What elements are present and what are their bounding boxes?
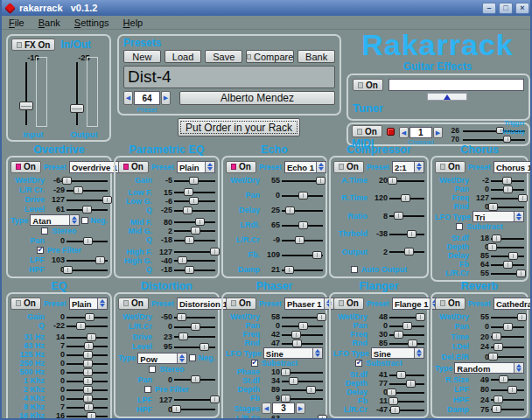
slider-handle[interactable] (407, 230, 416, 238)
param-slider[interactable] (174, 405, 215, 413)
slider-handle[interactable] (394, 212, 403, 220)
slider-handle[interactable] (83, 377, 93, 385)
preset-name-display[interactable]: Dist-4 (123, 66, 335, 88)
param-slider[interactable] (66, 351, 108, 359)
fx-preset-select[interactable]: Cathedral 1 (494, 298, 532, 310)
slider-handle[interactable] (76, 322, 86, 330)
minimize-button[interactable]: – (482, 3, 496, 14)
slider-handle[interactable] (306, 386, 316, 394)
slider-handle[interactable] (281, 395, 290, 402)
param-select[interactable]: Tri (472, 211, 524, 222)
param-slider[interactable] (174, 375, 215, 383)
param-slider[interactable] (491, 252, 524, 260)
param-slider[interactable] (66, 313, 108, 321)
menu-file[interactable]: File (9, 18, 24, 28)
increment-button[interactable]: ▶ (296, 402, 305, 414)
spinner-arrows-icon[interactable] (205, 162, 214, 172)
spinner-arrows-icon[interactable] (514, 363, 523, 373)
slider-handle[interactable] (404, 248, 414, 256)
slider-handle[interactable] (298, 221, 308, 229)
put-order-button[interactable]: Put Order in your Rack (178, 118, 300, 136)
param-slider[interactable] (491, 405, 524, 413)
slider-handle[interactable] (70, 104, 84, 113)
slider-handle[interactable] (200, 343, 209, 351)
param-slider[interactable] (491, 186, 524, 193)
slider-handle[interactable] (508, 252, 518, 260)
slider-handle[interactable] (285, 206, 295, 214)
param-slider[interactable] (282, 236, 323, 244)
maximize-button[interactable]: □ (499, 3, 513, 14)
slider-handle[interactable] (318, 415, 327, 420)
param-slider[interactable] (66, 377, 108, 385)
param-checkbox[interactable]: ✔ (37, 247, 44, 254)
neg-checkbox[interactable] (189, 354, 196, 361)
param-slider[interactable] (491, 313, 524, 321)
slider-handle[interactable] (210, 396, 220, 403)
slider-handle[interactable] (517, 313, 527, 321)
slider-handle[interactable] (503, 186, 513, 193)
slider-handle[interactable] (83, 386, 93, 394)
param-slider[interactable] (174, 227, 215, 234)
input-gain-slider[interactable] (19, 62, 33, 125)
slider-handle[interactable] (178, 256, 187, 264)
param-select[interactable]: Sine (371, 347, 424, 359)
fx-preset-select[interactable]: Chorus 1 (494, 161, 532, 173)
slider-handle[interactable] (195, 218, 205, 226)
decrement-button[interactable]: ◀ (262, 402, 271, 414)
midi-on-button[interactable]: On (352, 125, 382, 137)
slider-handle[interactable] (281, 368, 290, 376)
channel-prev-button[interactable]: ◀ (399, 127, 409, 138)
slider-handle[interactable] (185, 236, 194, 244)
author-button[interactable]: Alberto Mendez (179, 91, 335, 105)
spinner-arrows-icon[interactable] (414, 348, 424, 358)
slider-handle[interactable] (185, 266, 194, 274)
preset-prev-button[interactable]: ◀ (123, 91, 133, 105)
fx-on-button[interactable]: On (226, 161, 256, 173)
new-button[interactable]: New (123, 50, 161, 63)
param-slider[interactable] (389, 248, 424, 256)
param-slider[interactable] (66, 395, 108, 402)
slider-handle[interactable] (284, 266, 294, 274)
param-slider[interactable] (66, 412, 108, 420)
spinner-arrows-icon[interactable] (312, 348, 322, 358)
spinner-arrows-icon[interactable] (414, 162, 424, 172)
menu-settings[interactable]: Settings (74, 18, 109, 28)
param-slider[interactable] (282, 340, 323, 347)
slider-handle[interactable] (63, 266, 73, 274)
slider-handle[interactable] (499, 375, 508, 383)
param-slider[interactable] (282, 377, 323, 385)
param-slider[interactable] (66, 342, 108, 350)
neg-checkbox[interactable] (81, 217, 88, 224)
slider-handle[interactable] (316, 177, 326, 185)
param-slider[interactable] (282, 322, 323, 330)
param-slider[interactable] (282, 177, 323, 185)
slider-handle[interactable] (102, 196, 112, 204)
load-button[interactable]: Load (164, 50, 202, 63)
velocity-slider[interactable] (463, 136, 525, 143)
menu-help[interactable]: Help (123, 18, 144, 28)
param-slider[interactable] (389, 194, 424, 202)
slider-handle[interactable] (492, 405, 501, 413)
param-checkbox[interactable] (144, 386, 151, 393)
slider-handle[interactable] (312, 251, 322, 259)
param-slider[interactable] (174, 396, 215, 403)
param-checkbox[interactable] (41, 228, 48, 234)
param-slider[interactable] (282, 386, 323, 394)
param-slider[interactable] (66, 386, 108, 394)
param-slider[interactable] (491, 203, 524, 211)
slider-handle[interactable] (503, 323, 513, 331)
slider-handle[interactable] (390, 406, 400, 414)
fx-on-button[interactable]: On (333, 161, 364, 173)
slider-handle[interactable] (172, 405, 181, 413)
param-slider[interactable] (491, 194, 524, 202)
param-slider[interactable] (491, 177, 524, 185)
param-slider[interactable] (389, 397, 424, 405)
slider-handle[interactable] (402, 322, 412, 330)
param-slider[interactable] (66, 186, 108, 194)
spinner-arrows-icon[interactable] (316, 162, 326, 172)
param-slider[interactable] (491, 323, 524, 331)
slider-handle[interactable] (494, 396, 503, 403)
param-slider[interactable] (66, 360, 108, 368)
param-slider[interactable] (174, 188, 215, 196)
slider-handle[interactable] (183, 206, 192, 214)
